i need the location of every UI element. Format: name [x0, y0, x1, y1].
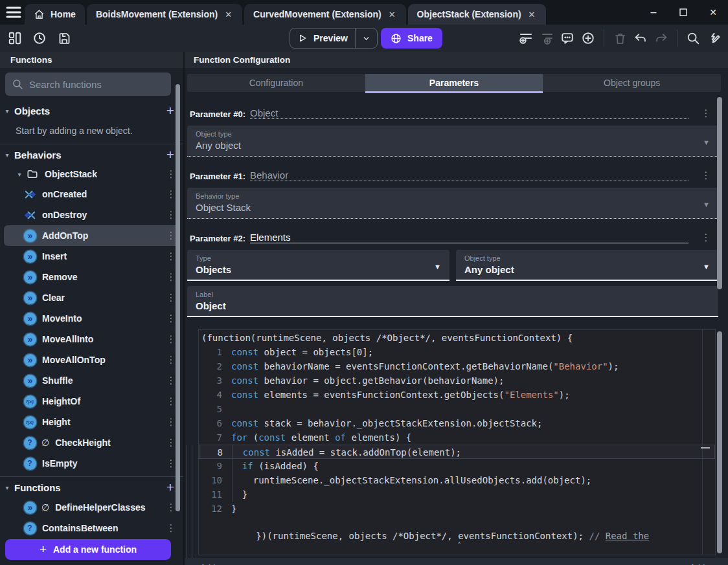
- partial-add-text[interactable]: Add...: [690, 562, 712, 565]
- function-item-label: Insert: [42, 251, 163, 261]
- share-button[interactable]: Share: [381, 28, 442, 49]
- folder-icon: [26, 168, 39, 181]
- collapse-caret-icon[interactable]: ˆ: [457, 542, 462, 551]
- kebab-menu-icon[interactable]: ⋮: [698, 232, 714, 243]
- function-item-oncreated[interactable]: onCreated⋮: [4, 184, 179, 205]
- function-item-clear[interactable]: »Clear⋮: [4, 287, 179, 308]
- save-icon[interactable]: [56, 30, 73, 47]
- function-item-definehelperclasses[interactable]: »∅DefineHelperClasses⋮: [4, 497, 179, 518]
- search-events-icon[interactable]: [685, 30, 701, 46]
- tab-boidsmovement[interactable]: BoidsMovement (Extension) ✕: [87, 4, 242, 25]
- code-line[interactable]: 10 runtimeScene._objectStackExtension.al…: [199, 473, 715, 487]
- function-item-ondestroy[interactable]: onDestroy⋮: [4, 205, 179, 225]
- code-line[interactable]: 12}: [199, 502, 715, 516]
- parameter-2-type-select[interactable]: Type Objects ▼: [187, 250, 449, 281]
- code-line[interactable]: 2const behaviorName = eventsFunctionCont…: [199, 359, 715, 373]
- parameter-1-behavior-type-select[interactable]: Behavior type Object Stack ▼: [187, 188, 718, 219]
- code-scrollbar[interactable]: [717, 331, 722, 553]
- close-window-button[interactable]: ✕: [698, 0, 728, 25]
- function-item-moveinto[interactable]: »MoveInto⋮: [4, 308, 179, 329]
- kebab-menu-icon[interactable]: ⋮: [163, 522, 179, 534]
- parameter-0-header: Parameter #0: Object ⋮: [187, 102, 718, 122]
- functions-section-header[interactable]: ▾ Functions +: [0, 479, 183, 496]
- close-tab-icon[interactable]: ✕: [527, 10, 537, 19]
- sidebar-scrollbar[interactable]: [176, 84, 180, 511]
- tab-home[interactable]: Home: [25, 4, 85, 25]
- history-icon[interactable]: [31, 30, 48, 47]
- line-number: 7: [199, 430, 222, 445]
- function-item-insert[interactable]: »Insert⋮: [4, 246, 179, 267]
- objects-section-header[interactable]: ▾ Objects +: [0, 102, 183, 119]
- code-line[interactable]: 4const elements = eventsFunctionContext.…: [199, 388, 715, 402]
- kebab-menu-icon[interactable]: ⋮: [698, 170, 714, 181]
- parameter-0-name-field[interactable]: Object: [250, 107, 688, 119]
- delete-icon[interactable]: [612, 30, 628, 46]
- caret-down-icon[interactable]: ▾: [0, 107, 14, 115]
- code-line[interactable]: 11 }: [199, 487, 715, 502]
- project-manager-icon[interactable]: [6, 30, 23, 47]
- function-item-moveallinto[interactable]: »MoveAllInto⋮: [4, 329, 179, 349]
- tab-parameters[interactable]: Parameters: [365, 74, 543, 92]
- add-event-icon[interactable]: [518, 30, 534, 46]
- parameter-0-object-type-select[interactable]: Object type Any object ▼: [187, 126, 718, 157]
- redo-icon[interactable]: [654, 30, 669, 46]
- behavior-group-objectstack[interactable]: ▾ ObjectStack ⋮: [4, 164, 179, 184]
- function-item-isempty[interactable]: ?IsEmpty⋮: [4, 453, 179, 474]
- globe-icon: [391, 33, 402, 44]
- parameters-scrollbar[interactable]: [717, 97, 722, 289]
- code-editor[interactable]: (function(runtimeScene, objects /*Object…: [198, 329, 716, 555]
- code-lines[interactable]: 1const object = objects[0];2const behavi…: [199, 345, 715, 516]
- behaviors-section-header[interactable]: ▾ Behaviors +: [0, 146, 183, 163]
- parameter-1-name-field[interactable]: Behavior: [250, 170, 688, 181]
- search-functions-box[interactable]: [5, 72, 171, 96]
- function-item-checkheight[interactable]: ?∅CheckHeight⋮: [4, 432, 179, 453]
- caret-down-icon[interactable]: ▾: [13, 171, 26, 178]
- code-line[interactable]: 7for (const element of elements) {: [199, 430, 715, 445]
- parameter-2-label-input[interactable]: Label Object: [187, 286, 718, 317]
- caret-down-icon[interactable]: ▾: [0, 484, 14, 491]
- code-line[interactable]: 3const behavior = object.getBehavior(beh…: [199, 373, 715, 388]
- search-functions-input[interactable]: [29, 79, 165, 90]
- minimize-button[interactable]: –: [639, 0, 668, 25]
- add-subevent-icon[interactable]: [539, 30, 554, 46]
- tab-curvedmovement[interactable]: CurvedMovement (Extension) ✕: [244, 4, 406, 25]
- add-circle-icon[interactable]: [580, 30, 596, 46]
- parameter-2-name-field[interactable]: Elements: [250, 232, 688, 243]
- partial-add-text[interactable]: Add...: [200, 562, 222, 565]
- function-item-shuffle[interactable]: »Shuffle⋮: [4, 370, 179, 391]
- search-icon: [12, 78, 23, 90]
- tab-object-groups[interactable]: Object groups: [543, 74, 721, 92]
- code-line[interactable]: 5: [199, 402, 715, 416]
- function-item-height[interactable]: f(x)Height⋮: [4, 412, 179, 432]
- edit-scene-icon[interactable]: [706, 30, 722, 46]
- function-item-heightof[interactable]: f(x)HeightOf⋮: [4, 391, 179, 412]
- preview-button-main[interactable]: Preview: [290, 28, 355, 48]
- action-gear-icon: »: [23, 291, 36, 304]
- function-item-addontop[interactable]: »AddOnTop⋮: [4, 225, 179, 246]
- code-line[interactable]: 9 if (isAdded) {: [199, 459, 715, 473]
- function-item-containsbetween[interactable]: ?ContainsBetween⋮: [4, 518, 179, 538]
- code-line[interactable]: 6const stack = behavior._objectStackExte…: [199, 416, 715, 430]
- preview-button[interactable]: Preview: [290, 28, 378, 49]
- main-menu-icon[interactable]: [6, 6, 21, 18]
- close-tab-icon[interactable]: ✕: [223, 10, 233, 19]
- code-line-current[interactable]: 8 const isAdded = stack.addOnTop(element…: [199, 445, 715, 459]
- add-new-function-button[interactable]: + Add a new function: [5, 539, 171, 560]
- sidebar-title: Functions: [0, 52, 183, 68]
- tab-configuration[interactable]: Configuration: [187, 74, 365, 92]
- documentation-link[interactable]: Read the: [606, 531, 649, 541]
- parameter-2-object-type-select[interactable]: Object type Any object ▼: [456, 250, 718, 281]
- maximize-button[interactable]: [668, 0, 698, 25]
- function-item-remove[interactable]: »Remove⋮: [4, 267, 179, 287]
- field-value: Object Stack: [196, 202, 711, 213]
- code-line[interactable]: 1const object = objects[0];: [199, 345, 715, 359]
- function-item-moveallontop[interactable]: »MoveAllOnTop⋮: [4, 349, 179, 370]
- kebab-menu-icon[interactable]: ⋮: [698, 107, 714, 119]
- preview-options-button[interactable]: [355, 28, 377, 48]
- close-tab-icon[interactable]: ✕: [387, 10, 397, 19]
- undo-icon[interactable]: [633, 30, 648, 46]
- add-comment-icon[interactable]: [560, 30, 575, 46]
- field-label: Object type: [196, 130, 711, 138]
- tab-objectstack[interactable]: ObjectStack (Extension) ✕: [408, 4, 546, 25]
- caret-down-icon[interactable]: ▾: [0, 151, 14, 159]
